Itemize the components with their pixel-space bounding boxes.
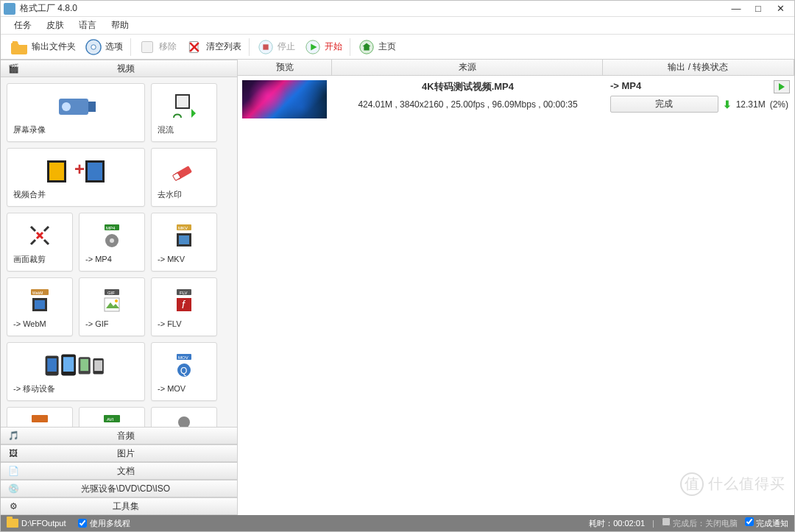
shutdown-label: 关闭电脑 bbox=[705, 519, 738, 528]
menu-tasks[interactable]: 任务 bbox=[7, 18, 39, 33]
toolbar-options[interactable]: 选项 bbox=[80, 37, 127, 57]
remove-icon bbox=[138, 38, 156, 56]
svg-text:Q: Q bbox=[180, 366, 187, 376]
task-play-button[interactable] bbox=[774, 80, 790, 93]
tool-to-mobile[interactable]: -> 移动设备 bbox=[7, 342, 145, 401]
tool-to-mkv[interactable]: MKV -> MKV bbox=[151, 213, 217, 272]
svg-rect-5 bbox=[263, 44, 268, 49]
tool-partial-1[interactable] bbox=[7, 407, 73, 427]
elapsed-label: 耗时： bbox=[589, 519, 613, 528]
svg-point-55 bbox=[178, 416, 190, 427]
header-source[interactable]: 来源 bbox=[332, 60, 603, 75]
close-button[interactable]: ✕ bbox=[769, 2, 791, 15]
toolbar-clear-list[interactable]: 清空列表 bbox=[181, 37, 246, 57]
statusbar: D:\FFOutput 使用多线程 耗时：00:02:01 | 完成后：关闭电脑… bbox=[1, 515, 794, 531]
tool-partial-3[interactable] bbox=[151, 407, 217, 427]
download-arrow-icon: ⬇ bbox=[723, 99, 732, 110]
menu-language[interactable]: 语言 bbox=[71, 18, 104, 33]
tool-to-webm[interactable]: WebM -> WebM bbox=[7, 277, 73, 336]
document-icon: 📄 bbox=[7, 465, 20, 477]
mux-icon bbox=[169, 91, 199, 121]
after-done-checkbox[interactable] bbox=[662, 517, 671, 526]
clear-icon bbox=[186, 38, 203, 56]
toolbar-output-folder-label: 输出文件夹 bbox=[32, 40, 76, 53]
category-optical[interactable]: 💿 光驱设备\DVD\CD\ISO bbox=[1, 480, 237, 497]
mp4-icon: MP4 bbox=[96, 221, 127, 252]
task-progress-size: 12.31M bbox=[736, 99, 766, 110]
svg-text:GIF: GIF bbox=[107, 291, 115, 295]
svg-rect-45 bbox=[80, 358, 88, 370]
svg-rect-9 bbox=[88, 102, 96, 112]
tool-remove-watermark[interactable]: 去水印 bbox=[151, 148, 217, 207]
tool-to-mp4[interactable]: MP4 -> MP4 bbox=[79, 213, 145, 272]
toolbar-remove-label: 移除 bbox=[159, 40, 177, 53]
toolbar-stop[interactable]: 停止 bbox=[252, 37, 300, 57]
task-fileinfo: 424.01M , 3840x2160 , 25.00fps , 96.09Mb… bbox=[337, 99, 598, 110]
webm-icon: WebM bbox=[24, 285, 55, 316]
tool-video-merge[interactable]: + 视频合并 bbox=[7, 148, 145, 207]
task-thumbnail[interactable] bbox=[242, 80, 327, 118]
tool-to-flv[interactable]: FLVf -> FLV bbox=[151, 277, 217, 336]
svg-point-35 bbox=[115, 299, 118, 302]
tool-partial-2[interactable]: AVI bbox=[79, 407, 145, 427]
minimize-button[interactable]: — bbox=[725, 2, 747, 15]
menu-help[interactable]: 帮助 bbox=[104, 18, 136, 33]
svg-point-23 bbox=[110, 238, 114, 243]
crop-icon bbox=[24, 220, 55, 251]
category-video[interactable]: 🎬 视频 bbox=[1, 60, 237, 77]
folder-icon bbox=[11, 38, 29, 56]
tool-crop[interactable]: 画面裁剪 bbox=[7, 213, 73, 272]
category-picture[interactable]: 🖼 图片 bbox=[1, 444, 237, 462]
svg-rect-2 bbox=[142, 41, 153, 52]
picture-icon: 🖼 bbox=[7, 447, 20, 459]
toolbar-options-label: 选项 bbox=[105, 40, 123, 53]
gif-icon: GIF bbox=[96, 285, 127, 316]
task-target-format: -> MP4 bbox=[610, 80, 788, 91]
tool-to-gif[interactable]: GIF -> GIF bbox=[79, 277, 145, 336]
home-icon bbox=[358, 38, 375, 56]
window-title: 格式工厂 4.8.0 bbox=[20, 2, 725, 15]
header-preview[interactable]: 预览 bbox=[238, 60, 332, 75]
svg-rect-14 bbox=[49, 163, 64, 180]
elapsed-value: 00:02:01 bbox=[613, 519, 645, 528]
toolbar-homepage[interactable]: 主页 bbox=[353, 37, 400, 57]
task-row[interactable]: 4K转码测试视频.MP4 424.01M , 3840x2160 , 25.00… bbox=[238, 76, 794, 123]
svg-text:MOV: MOV bbox=[178, 355, 188, 360]
tool-mux[interactable]: 混流 bbox=[151, 83, 217, 142]
svg-rect-31 bbox=[35, 300, 45, 309]
toolbar-remove[interactable]: 移除 bbox=[134, 37, 181, 57]
task-list-header: 预览 来源 输出 / 转换状态 bbox=[238, 60, 794, 76]
maximize-button[interactable]: □ bbox=[747, 2, 769, 15]
category-document[interactable]: 📄 文档 bbox=[1, 462, 237, 480]
main-panel: 预览 来源 输出 / 转换状态 4K转码测试视频.MP4 424.01M , 3… bbox=[238, 60, 794, 515]
multithread-checkbox[interactable] bbox=[78, 519, 87, 528]
svg-rect-43 bbox=[63, 357, 74, 372]
tool-to-mov[interactable]: MOVQ -> MOV bbox=[151, 342, 217, 401]
flv-icon: FLVf bbox=[169, 285, 199, 316]
header-output[interactable]: 输出 / 转换状态 bbox=[603, 60, 794, 75]
toolbar-start[interactable]: 开始 bbox=[300, 37, 347, 57]
mov-icon: MOVQ bbox=[169, 350, 199, 381]
tool-screen-record[interactable]: 屏幕录像 bbox=[7, 83, 145, 142]
toolbar-homepage-label: 主页 bbox=[378, 40, 396, 53]
category-audio[interactable]: 🎵 音频 bbox=[1, 427, 237, 444]
category-toolset[interactable]: ⚙ 工具集 bbox=[1, 497, 237, 515]
toolbar-start-label: 开始 bbox=[325, 40, 342, 53]
after-done-label: 完成后： bbox=[673, 519, 705, 528]
task-status-button[interactable]: 完成 bbox=[610, 96, 718, 113]
svg-text:AVI: AVI bbox=[107, 417, 114, 422]
menu-skin[interactable]: 皮肤 bbox=[39, 18, 71, 33]
svg-point-1 bbox=[91, 44, 96, 49]
svg-rect-47 bbox=[94, 360, 102, 370]
svg-rect-27 bbox=[179, 235, 189, 244]
done-notify-checkbox[interactable] bbox=[745, 517, 754, 526]
svg-rect-17 bbox=[88, 163, 102, 180]
mkv-icon: MKV bbox=[169, 221, 199, 252]
watermark: 什么值得买 bbox=[680, 472, 785, 496]
output-path[interactable]: D:\FFOutput bbox=[21, 519, 66, 528]
svg-point-10 bbox=[62, 102, 71, 111]
app-icon bbox=[4, 3, 15, 15]
merge-icon: + bbox=[43, 155, 109, 186]
toolbar-output-folder[interactable]: 输出文件夹 bbox=[7, 37, 80, 57]
toolbar: 输出文件夹 选项 移除 清空列表 停止 开始 主页 bbox=[1, 35, 794, 60]
